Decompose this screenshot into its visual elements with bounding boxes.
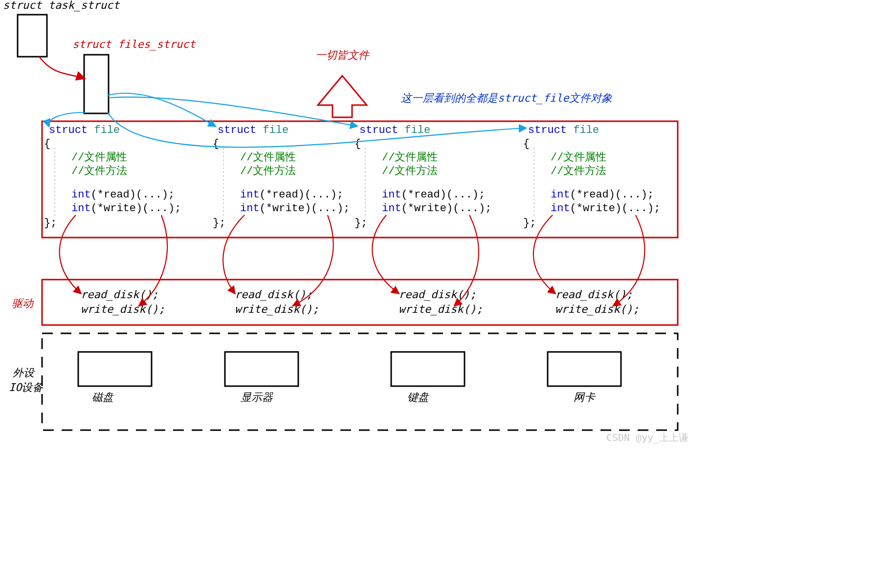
svg-text://文件属性: //文件属性 (71, 151, 127, 164)
device-label-3: 键盘 (407, 391, 430, 403)
driver-col-4: read_disk(); write_disk(); (555, 288, 639, 316)
struct-file-2: struct file { //文件属性 //文件方法 int(*read)(.… (213, 124, 350, 229)
svg-text://文件方法: //文件方法 (551, 165, 606, 177)
svg-text://文件方法: //文件方法 (382, 165, 438, 177)
svg-text:struct file: struct file (528, 124, 599, 136)
files-struct-box (84, 55, 109, 113)
svg-text:int(*write)(...);: int(*write)(...); (382, 202, 491, 215)
svg-text://文件方法: //文件方法 (240, 165, 296, 177)
io-label-2: IO设备 (9, 381, 44, 393)
svg-text:int(*read)(...);: int(*read)(...); (240, 189, 343, 201)
svg-text:{: { (213, 138, 219, 150)
svg-text:};: }; (44, 217, 57, 229)
struct-file-1: struct file { //文件属性 //文件方法 int(*read)(.… (44, 124, 181, 229)
svg-text:int(*read)(...);: int(*read)(...); (382, 189, 485, 201)
io-label-1: 外设 (13, 367, 35, 379)
device-label-1: 磁盘 (92, 391, 114, 403)
svg-text:{: { (44, 138, 50, 150)
svg-text:};: }; (523, 217, 536, 229)
device-box-1 (78, 352, 152, 386)
svg-text://文件方法: //文件方法 (71, 165, 127, 177)
slogan: 一切皆文件 (315, 49, 370, 61)
watermark: CSDN @yy_上上谦 (606, 432, 688, 443)
diagram-root: struct task_struct struct files_struct 一… (0, 0, 886, 588)
device-box-3 (391, 352, 465, 386)
device-box-4 (548, 352, 621, 386)
svg-text:{: { (523, 138, 530, 150)
svg-text:int(*write)(...);: int(*write)(...); (551, 202, 660, 215)
svg-text:write_disk();: write_disk(); (555, 303, 639, 316)
files-struct-label: struct files_struct (72, 38, 196, 51)
device-box-2 (225, 352, 298, 386)
driver-col-2: read_disk(); write_disk(); (235, 288, 319, 316)
svg-text:{: { (354, 138, 361, 150)
svg-text:int(*write)(...);: int(*write)(...); (240, 202, 350, 215)
svg-text:struct file: struct file (359, 124, 430, 136)
arrow-task-to-files (39, 57, 84, 78)
driver-label: 驱动 (12, 297, 34, 309)
svg-text://文件属性: //文件属性 (240, 151, 296, 164)
svg-text:};: }; (213, 217, 225, 229)
driver-col-3: read_disk(); write_disk(); (399, 288, 483, 316)
svg-text:int(*read)(...);: int(*read)(...); (71, 189, 175, 201)
svg-text:write_disk();: write_disk(); (235, 303, 319, 316)
svg-text:write_disk();: write_disk(); (81, 303, 165, 316)
svg-text:struct file: struct file (49, 124, 120, 136)
svg-text:struct file: struct file (218, 124, 288, 136)
task-struct-box (18, 15, 47, 57)
svg-text://文件属性: //文件属性 (551, 151, 606, 164)
svg-text:read_disk();: read_disk(); (555, 288, 633, 301)
driver-layer-box (42, 280, 678, 325)
svg-text:read_disk();: read_disk(); (235, 288, 312, 301)
svg-text:int(*write)(...);: int(*write)(...); (71, 202, 181, 215)
device-label-2: 显示器 (240, 391, 273, 403)
device-label-4: 网卡 (574, 391, 596, 403)
svg-text://文件属性: //文件属性 (382, 151, 438, 164)
svg-text:int(*read)(...);: int(*read)(...); (551, 189, 654, 201)
layer-note: 这一层看到的全都是struct_file文件对象 (401, 92, 612, 105)
svg-text:write_disk();: write_disk(); (399, 303, 483, 316)
struct-file-4: struct file { //文件属性 //文件方法 int(*read)(.… (523, 124, 660, 229)
task-struct-label: struct task_struct (3, 0, 120, 12)
svg-text:};: }; (354, 217, 367, 229)
up-arrow-icon (318, 76, 367, 117)
